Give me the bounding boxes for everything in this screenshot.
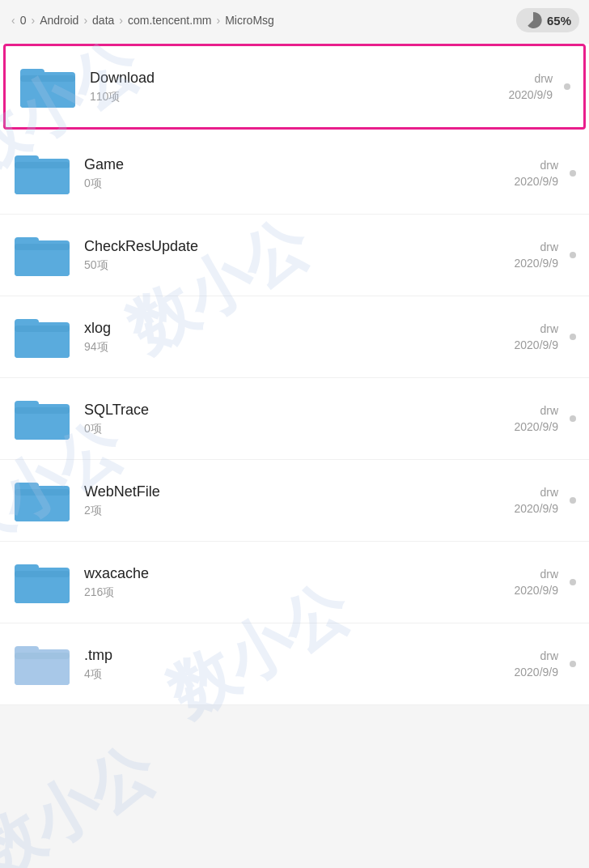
folder-svg-5: [15, 478, 70, 523]
folder-date-0: 2020/9/9: [509, 88, 553, 101]
folder-name-3: xlog: [84, 320, 461, 337]
folder-svg-4: [15, 396, 70, 441]
breadcrumb: ‹ 0 › Android › data › com.tencent.mm › …: [0, 0, 589, 40]
folder-icon-3: [13, 308, 71, 366]
folder-right-1: drw 2020/9/9: [461, 159, 576, 188]
breadcrumb-sep-3: ›: [216, 14, 220, 27]
breadcrumb-item-2[interactable]: data: [92, 14, 114, 27]
breadcrumb-item-3[interactable]: com.tencent.mm: [128, 14, 211, 27]
folder-info-1: Game 0项: [84, 156, 461, 191]
folder-right-3: drw 2020/9/9: [461, 322, 576, 351]
folder-name-4: SQLTrace: [84, 402, 461, 419]
folder-type-4: drw: [540, 404, 558, 417]
folder-svg-0: [20, 64, 75, 109]
breadcrumb-sep-2: ›: [119, 14, 123, 27]
folder-meta-6: drw 2020/9/9: [461, 568, 558, 597]
folder-name-7: .tmp: [84, 647, 461, 664]
folder-type-0: drw: [534, 72, 553, 85]
folder-svg-1: [15, 151, 70, 196]
svg-rect-4: [20, 75, 75, 82]
breadcrumb-chevron-0: ‹: [11, 14, 15, 27]
folder-meta-3: drw 2020/9/9: [461, 322, 558, 351]
folder-date-1: 2020/9/9: [515, 175, 559, 188]
folder-name-5: WebNetFile: [84, 483, 461, 500]
folder-type-2: drw: [540, 240, 558, 253]
svg-rect-12: [15, 244, 70, 250]
folder-count-3: 94项: [84, 340, 461, 355]
breadcrumb-item-1[interactable]: Android: [40, 14, 78, 27]
folder-info-0: Download 110项: [90, 70, 456, 104]
folder-svg-6: [15, 560, 70, 605]
folder-item-5[interactable]: WebNetFile 2项 drw 2020/9/9: [0, 460, 589, 542]
folder-meta-5: drw 2020/9/9: [461, 486, 558, 515]
folder-item-2[interactable]: CheckResUpdate 50项 drw 2020/9/9: [0, 215, 589, 296]
storage-percent-label: 65%: [547, 14, 571, 28]
breadcrumb-item-0[interactable]: 0: [20, 14, 27, 27]
folder-info-4: SQLTrace 0项: [84, 402, 461, 436]
svg-rect-32: [15, 653, 70, 659]
folder-info-2: CheckResUpdate 50项: [84, 238, 461, 273]
folder-meta-1: drw 2020/9/9: [461, 159, 558, 188]
folder-icon-2: [13, 226, 71, 284]
folder-name-2: CheckResUpdate: [84, 238, 461, 255]
folder-count-1: 0项: [84, 177, 461, 191]
folder-icon-1: [13, 144, 71, 202]
folder-meta-7: drw 2020/9/9: [461, 649, 558, 679]
folder-meta-2: drw 2020/9/9: [461, 240, 558, 270]
folder-name-0: Download: [90, 70, 456, 87]
folder-date-6: 2020/9/9: [515, 584, 559, 597]
svg-rect-24: [15, 489, 70, 496]
folder-count-6: 216项: [84, 585, 461, 600]
folder-item-3[interactable]: xlog 94项 drw 2020/9/9: [0, 296, 589, 378]
folder-dot-5: [570, 497, 576, 504]
folder-name-6: wxacache: [84, 565, 461, 582]
breadcrumb-sep-1: ›: [83, 14, 87, 27]
svg-rect-20: [15, 407, 70, 414]
folder-type-6: drw: [540, 568, 558, 581]
folder-info-3: xlog 94项: [84, 320, 461, 355]
folder-meta-0: drw 2020/9/9: [456, 72, 553, 101]
svg-rect-8: [15, 162, 70, 168]
folder-item-6[interactable]: wxacache 216项 drw 2020/9/9: [0, 542, 589, 623]
folder-item-0[interactable]: Download 110项 drw 2020/9/9: [3, 44, 586, 130]
folder-name-1: Game: [84, 156, 461, 173]
svg-rect-16: [15, 326, 70, 332]
folder-right-2: drw 2020/9/9: [461, 240, 576, 270]
folder-svg-2: [15, 232, 70, 278]
folder-dot-7: [570, 661, 576, 667]
folder-right-7: drw 2020/9/9: [461, 649, 576, 679]
folder-right-0: drw 2020/9/9: [456, 72, 570, 101]
folder-item-7[interactable]: .tmp 4项 drw 2020/9/9: [0, 623, 589, 705]
folder-info-6: wxacache 216项: [84, 565, 461, 600]
folder-dot-3: [570, 334, 576, 340]
folder-type-1: drw: [540, 159, 558, 172]
pie-chart-icon: [524, 11, 542, 29]
folder-item-1[interactable]: Game 0项 drw 2020/9/9: [0, 133, 589, 215]
folder-dot-2: [570, 252, 576, 258]
folder-icon-5: [13, 471, 71, 530]
folder-svg-7: [15, 641, 70, 687]
folder-icon-7: [13, 635, 71, 693]
folder-item-4[interactable]: SQLTrace 0项 drw 2020/9/9: [0, 378, 589, 460]
folder-type-7: drw: [540, 649, 558, 662]
folder-info-7: .tmp 4项: [84, 647, 461, 682]
folder-date-3: 2020/9/9: [515, 338, 559, 351]
folder-date-2: 2020/9/9: [515, 257, 559, 270]
folder-right-4: drw 2020/9/9: [461, 404, 576, 433]
breadcrumb-item-4[interactable]: MicroMsg: [225, 14, 274, 27]
folder-meta-4: drw 2020/9/9: [461, 404, 558, 433]
folder-count-4: 0项: [84, 422, 461, 436]
folder-dot-0: [564, 83, 570, 90]
folder-icon-0: [19, 57, 77, 116]
folder-type-3: drw: [540, 322, 558, 335]
folder-icon-6: [13, 553, 71, 611]
folder-dot-1: [570, 170, 576, 177]
folder-right-5: drw 2020/9/9: [461, 486, 576, 515]
folder-list: Download 110项 drw 2020/9/9 Game: [0, 44, 589, 705]
folder-count-0: 110项: [90, 90, 456, 104]
storage-badge: 65%: [516, 8, 579, 32]
folder-right-6: drw 2020/9/9: [461, 568, 576, 597]
breadcrumb-sep-0: ›: [31, 14, 35, 27]
folder-count-5: 2项: [84, 504, 461, 518]
folder-dot-4: [570, 415, 576, 422]
